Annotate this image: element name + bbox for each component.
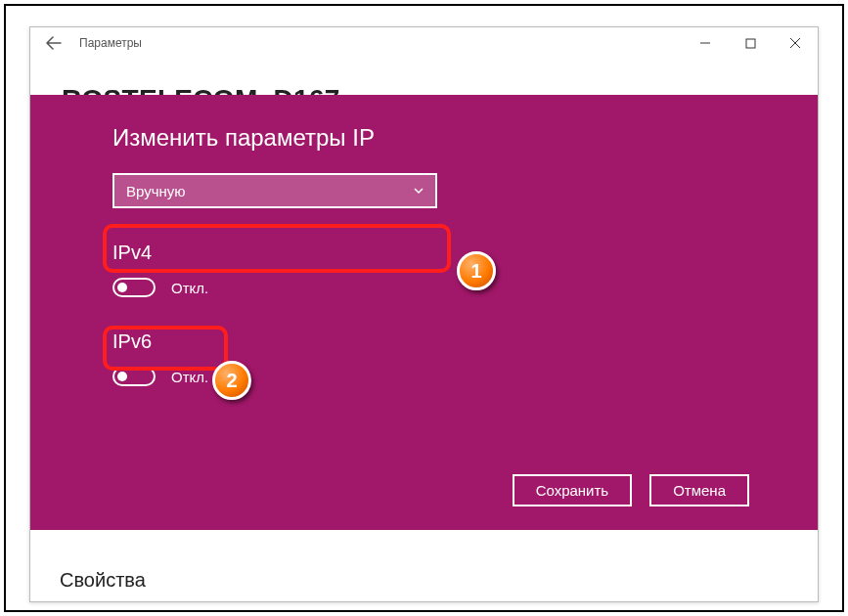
ipv6-toggle[interactable] bbox=[112, 367, 156, 386]
window-title: Параметры bbox=[79, 36, 142, 50]
ipv4-toggle[interactable] bbox=[112, 278, 156, 297]
cancel-button[interactable]: Отмена bbox=[649, 474, 749, 506]
modal-footer: Сохранить Отмена bbox=[513, 474, 749, 506]
ipv6-state: Откл. bbox=[171, 369, 208, 385]
ip-mode-dropdown[interactable]: Вручную bbox=[112, 173, 437, 208]
close-button[interactable] bbox=[773, 27, 818, 59]
ip-settings-modal: Изменить параметры IP Вручную IPv4 Откл.… bbox=[30, 95, 818, 530]
maximize-button[interactable] bbox=[728, 27, 773, 59]
chevron-down-icon bbox=[412, 184, 425, 198]
minimize-icon bbox=[699, 37, 711, 49]
ipv6-label: IPv6 bbox=[112, 330, 749, 353]
dropdown-value: Вручную bbox=[126, 183, 186, 199]
ipv4-state: Откл. bbox=[171, 280, 208, 296]
ipv6-toggle-row: Откл. bbox=[112, 367, 749, 386]
close-icon bbox=[789, 37, 801, 49]
ipv4-label: IPv4 bbox=[112, 242, 749, 264]
modal-title: Изменить параметры IP bbox=[112, 124, 749, 152]
properties-heading: Свойства bbox=[60, 569, 146, 592]
settings-window: Параметры ROSTELECOM_D167 Свойства Измен… bbox=[29, 26, 819, 602]
back-button[interactable] bbox=[40, 29, 67, 57]
maximize-icon bbox=[745, 38, 756, 49]
svg-rect-0 bbox=[746, 39, 755, 48]
back-arrow-icon bbox=[46, 35, 62, 51]
save-button[interactable]: Сохранить bbox=[513, 474, 633, 506]
titlebar: Параметры bbox=[30, 27, 818, 59]
window-controls bbox=[683, 27, 818, 59]
minimize-button[interactable] bbox=[683, 27, 728, 59]
ipv4-toggle-row: Откл. bbox=[112, 278, 749, 297]
